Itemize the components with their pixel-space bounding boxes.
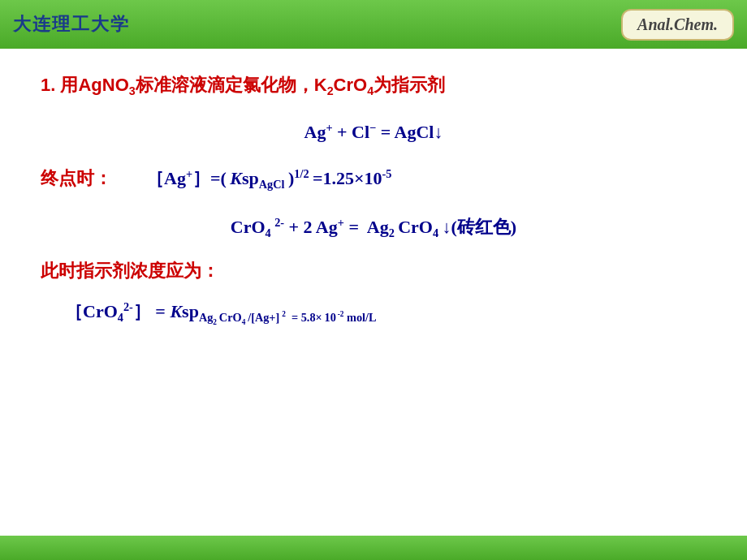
header-bar: 大连理工大学 Anal.Chem. [0, 0, 747, 49]
university-logo: 大连理工大学 [13, 12, 130, 37]
indicator-label: 此时指示剂浓度应为： [41, 259, 706, 283]
indicator-formula: ［CrO42-］ = KspAg2 CrO4 /[Ag+] 2 = 5.8× 1… [41, 299, 706, 326]
equation-1: Ag+ + Cl− = AgCl↓ [41, 115, 706, 149]
endpoint-formula: ［Ag+］=( KspAgCl )1/2 =1.25×10-5 [146, 166, 392, 192]
endpoint-section: 终点时： ［Ag+］=( KspAgCl )1/2 =1.25×10-5 [41, 162, 706, 196]
anal-chem-badge: Anal.Chem. [621, 9, 734, 41]
equation-2: CrO4 2- + 2 Ag+ = Ag2 CrO4 ↓(砖红色) [41, 210, 706, 246]
main-content: 1. 用AgNO3标准溶液滴定氯化物，K2CrO4为指示剂 Ag+ + Cl− … [0, 49, 747, 536]
page-wrapper: 大连理工大学 Anal.Chem. 1. 用AgNO3标准溶液滴定氯化物，K2C… [0, 0, 747, 560]
title-line: 1. 用AgNO3标准溶液滴定氯化物，K2CrO4为指示剂 [41, 73, 706, 99]
endpoint-label: 终点时： [41, 166, 146, 191]
footer-bar [0, 536, 747, 560]
